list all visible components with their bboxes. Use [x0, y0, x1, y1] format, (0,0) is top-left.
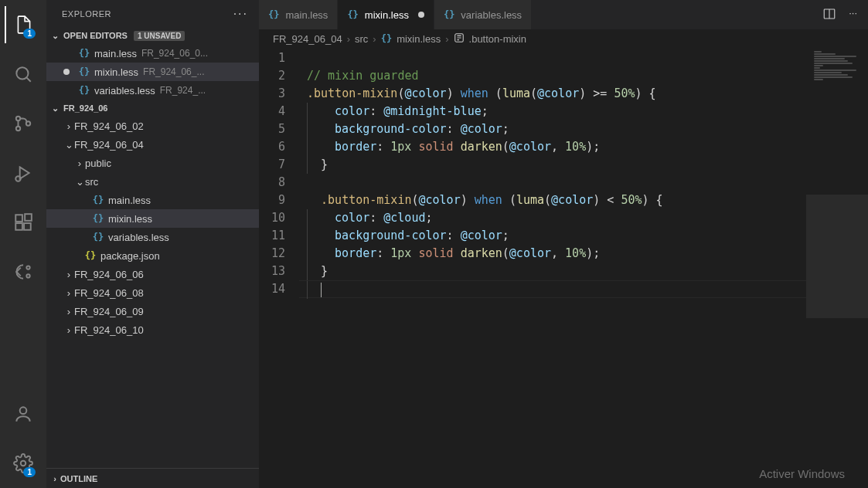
extensions-icon[interactable]: [5, 204, 42, 241]
code-token: 50%: [621, 193, 642, 207]
tab-label: variables.less: [461, 9, 522, 21]
open-editor-item[interactable]: {} variables.less FR_924_...: [46, 81, 259, 100]
open-editor-item[interactable]: {} mixin.less FR_924_06_...: [46, 63, 259, 81]
minimap-slider[interactable]: [806, 195, 868, 318]
editor-area: {} main.less {} mixin.less {} variables.…: [259, 0, 868, 488]
run-debug-icon[interactable]: [5, 154, 42, 191]
sidebar-header: EXPLORER ···: [46, 0, 259, 27]
folder-item[interactable]: › public: [46, 154, 259, 172]
svg-point-14: [21, 461, 26, 466]
code-token: when: [461, 86, 488, 100]
open-editors-list: {} main.less FR_924_06_0... {} mixin.les…: [46, 44, 259, 100]
file-item[interactable]: {} mixin.less: [46, 209, 259, 228]
svg-point-3: [16, 127, 20, 130]
code-token: color: [335, 211, 369, 225]
svg-rect-7: [15, 215, 22, 222]
svg-rect-10: [25, 214, 32, 221]
code-content[interactable]: // mixin guarded .button-mixin(@color) w…: [299, 48, 868, 488]
workspace-header[interactable]: ⌄ FR_924_06: [46, 100, 259, 117]
account-icon[interactable]: [5, 395, 42, 432]
breadcrumb-part[interactable]: mixin.less: [397, 33, 441, 45]
explorer-icon[interactable]: 1: [5, 6, 42, 43]
chevron-right-icon: ›: [49, 474, 60, 483]
code-token: 1px: [390, 246, 411, 260]
folder-item[interactable]: ⌄ src: [46, 172, 259, 191]
tab-mixin[interactable]: {} mixin.less: [338, 0, 434, 29]
breadcrumb[interactable]: FR_924_06_04 › src › {} mixin.less › .bu…: [259, 29, 868, 48]
outline-header[interactable]: › OUTLINE: [46, 468, 259, 488]
file-label: mixin.less: [108, 213, 152, 225]
settings-icon[interactable]: 1: [5, 445, 42, 482]
tab-variables[interactable]: {} variables.less: [434, 0, 532, 29]
svg-point-12: [26, 274, 29, 277]
code-editor[interactable]: 1234567 891011121314 // mixin guarded .b…: [259, 48, 868, 488]
minimap[interactable]: [806, 48, 868, 488]
workspace-name: FR_924_06: [63, 103, 108, 113]
code-token: darken: [461, 140, 502, 154]
chevron-right-icon: ›: [63, 306, 74, 317]
tab-label: mixin.less: [365, 9, 409, 21]
svg-point-11: [26, 266, 29, 269]
split-editor-icon[interactable]: [822, 7, 836, 23]
tab-main[interactable]: {} main.less: [259, 0, 338, 29]
less-file-icon: {}: [91, 195, 105, 205]
editor-more-icon[interactable]: ···: [849, 7, 857, 23]
chevron-right-icon: ›: [63, 324, 74, 336]
code-token: @color: [509, 246, 551, 260]
source-control-icon[interactable]: [5, 105, 42, 142]
svg-line-1: [26, 77, 30, 81]
chevron-down-icon: ⌄: [49, 31, 60, 41]
open-editor-desc: FR_924_...: [160, 85, 206, 96]
code-token: >=: [593, 86, 607, 100]
svg-marker-5: [20, 167, 29, 178]
less-file-icon: {}: [77, 85, 91, 96]
open-editor-desc: FR_924_06_...: [143, 66, 204, 77]
less-file-icon: {}: [268, 9, 279, 20]
breadcrumb-part[interactable]: FR_924_06_04: [273, 33, 342, 45]
line-numbers: 1234567 891011121314: [259, 48, 299, 488]
folder-label: FR_924_06_10: [74, 324, 144, 336]
code-token: 10%: [565, 246, 586, 260]
chevron-right-icon: ›: [74, 158, 85, 169]
svg-point-0: [16, 67, 28, 79]
code-token: border: [335, 246, 376, 260]
svg-rect-9: [24, 223, 31, 230]
chevron-down-icon: ⌄: [49, 103, 60, 114]
symbol-icon: [454, 32, 465, 46]
code-token: @color: [461, 229, 502, 242]
folder-item[interactable]: › FR_924_06_02: [46, 117, 259, 135]
search-icon[interactable]: [5, 56, 42, 93]
modified-dot-icon: [63, 69, 70, 75]
dirty-dot-icon: [418, 12, 424, 18]
text-cursor: [321, 283, 322, 297]
code-token: when: [475, 193, 502, 207]
folder-item[interactable]: › FR_924_06_06: [46, 265, 259, 283]
settings-badge: 1: [23, 467, 36, 477]
folder-item[interactable]: › FR_924_06_09: [46, 302, 259, 320]
less-file-icon: {}: [381, 33, 392, 44]
code-token: 1px: [390, 140, 411, 154]
folder-item[interactable]: ⌄ FR_924_06_04: [46, 135, 259, 154]
less-file-icon: {}: [77, 48, 91, 59]
file-item[interactable]: {} main.less: [46, 191, 259, 209]
json-file-icon: {}: [83, 250, 97, 261]
live-share-icon[interactable]: [5, 253, 42, 290]
folder-label: FR_924_06_02: [74, 120, 144, 132]
sidebar-more-icon[interactable]: ···: [233, 7, 248, 21]
open-editor-item[interactable]: {} main.less FR_924_06_0...: [46, 44, 259, 63]
file-item[interactable]: {} package.json: [46, 246, 259, 265]
chevron-right-icon: ›: [63, 120, 74, 132]
code-token: @color: [509, 140, 551, 154]
code-token: @cloud: [383, 211, 425, 225]
breadcrumb-part[interactable]: src: [355, 33, 368, 45]
open-editors-header[interactable]: ⌄ OPEN EDITORS 1 UNSAVED: [46, 27, 259, 44]
folder-item[interactable]: › FR_924_06_08: [46, 283, 259, 302]
folder-item[interactable]: › FR_924_06_10: [46, 320, 259, 339]
breadcrumb-part[interactable]: .button-mixin: [469, 33, 526, 45]
code-token: @midnight-blue: [383, 104, 481, 118]
chevron-down-icon: ⌄: [74, 176, 85, 188]
code-token: 10%: [565, 140, 586, 154]
outline-label: OUTLINE: [60, 474, 97, 483]
file-item[interactable]: {} variables.less: [46, 228, 259, 246]
open-editor-label: main.less: [94, 48, 137, 59]
